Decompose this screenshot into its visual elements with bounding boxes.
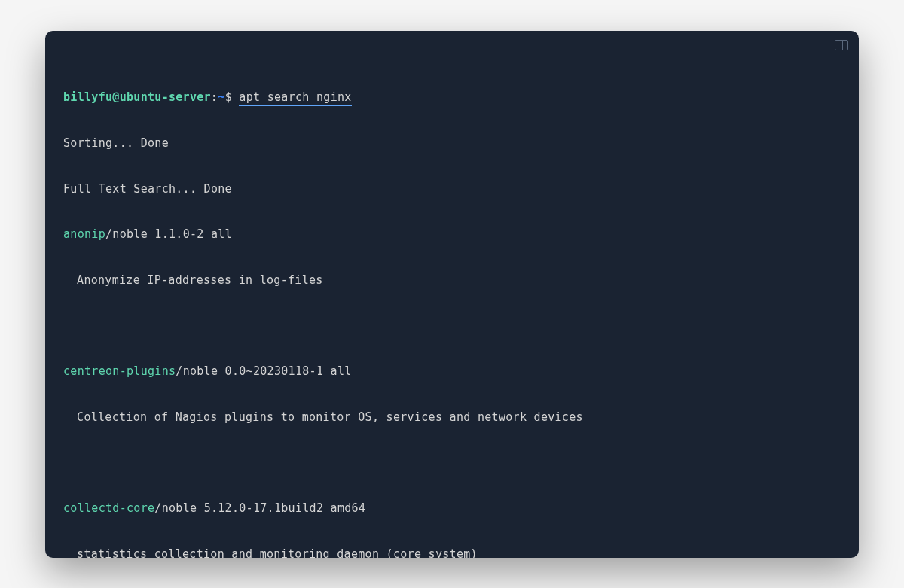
prompt-path: ~ — [218, 90, 224, 104]
panel-toggle-icon[interactable] — [835, 40, 848, 50]
package-entry: anonip/noble 1.1.0-2 all — [63, 227, 841, 242]
prompt-line: billyfu@ubuntu-server:~$ apt search ngin… — [63, 90, 841, 105]
package-suite: /noble 0.0~20230118-1 all — [176, 364, 351, 378]
package-name: anonip — [63, 227, 105, 241]
package-suite: /noble 1.1.0-2 all — [105, 227, 232, 241]
package-entry: centreon-plugins/noble 0.0~20230118-1 al… — [63, 364, 841, 379]
status-line: Full Text Search... Done — [63, 181, 841, 197]
package-name: collectd-core — [63, 501, 154, 515]
blank-line — [63, 455, 841, 471]
package-description: Anonymize IP-addresses in log-files — [63, 273, 841, 288]
terminal-window[interactable]: billyfu@ubuntu-server:~$ apt search ngin… — [45, 31, 859, 558]
package-entry: collectd-core/noble 5.12.0-17.1build2 am… — [63, 501, 841, 516]
terminal-output[interactable]: billyfu@ubuntu-server:~$ apt search ngin… — [63, 59, 841, 558]
package-suite: /noble 5.12.0-17.1build2 amd64 — [154, 501, 365, 515]
prompt-colon: : — [211, 90, 218, 104]
package-description: Collection of Nagios plugins to monitor … — [63, 410, 841, 425]
package-description: statistics collection and monitoring dae… — [63, 547, 841, 558]
status-line: Sorting... Done — [63, 136, 841, 151]
prompt-dollar: $ — [225, 90, 232, 104]
typed-command: apt search nginx — [239, 90, 351, 106]
prompt-user-host: billyfu@ubuntu-server — [63, 90, 211, 104]
package-name: centreon-plugins — [63, 364, 176, 378]
blank-line — [63, 318, 841, 334]
